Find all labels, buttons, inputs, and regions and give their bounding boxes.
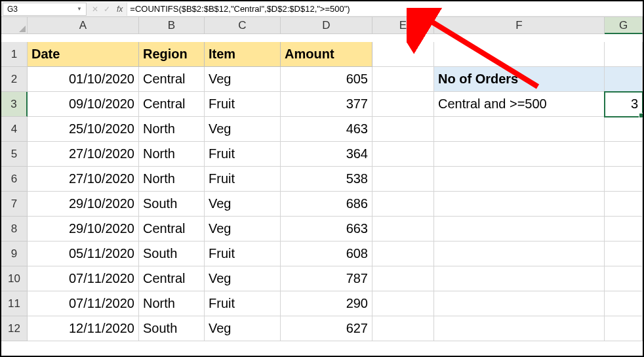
cell-D3[interactable]: 377: [281, 92, 372, 117]
cell-F7[interactable]: [434, 192, 605, 217]
cell-E5[interactable]: [372, 142, 434, 167]
cell-G7[interactable]: [605, 192, 643, 217]
cell-E7[interactable]: [372, 192, 434, 217]
cell-E11[interactable]: [372, 291, 434, 316]
cell-F2[interactable]: No of Orders: [434, 67, 605, 92]
cell-G4[interactable]: [605, 117, 643, 142]
cell-C3[interactable]: Fruit: [205, 92, 281, 117]
cell-E4[interactable]: [372, 117, 434, 142]
cell-D12[interactable]: 627: [281, 316, 372, 341]
cell-D1[interactable]: Amount: [281, 42, 372, 67]
cell-A3[interactable]: 09/10/2020: [28, 92, 139, 117]
chevron-down-icon[interactable]: ▼: [77, 6, 82, 12]
cell-G11[interactable]: [605, 291, 643, 316]
cell-D10[interactable]: 787: [281, 266, 372, 291]
cell-B3[interactable]: Central: [139, 92, 205, 117]
cell-D8[interactable]: 663: [281, 217, 372, 242]
cell-A6[interactable]: 27/10/2020: [28, 167, 139, 192]
cell-B5[interactable]: North: [139, 142, 205, 167]
cell-G5[interactable]: [605, 142, 643, 167]
cell-D11[interactable]: 290: [281, 291, 372, 316]
row-header-7[interactable]: 7: [1, 192, 28, 217]
cell-G10[interactable]: [605, 266, 643, 291]
formula-input[interactable]: =COUNTIFS($B$2:$B$12,"Central",$D$2:$D$1…: [127, 3, 643, 16]
cell-A5[interactable]: 27/10/2020: [28, 142, 139, 167]
row-header-2[interactable]: 2: [1, 67, 28, 92]
cancel-icon[interactable]: ✕: [92, 5, 98, 14]
cell-F3[interactable]: Central and >=500: [434, 92, 605, 117]
cell-C2[interactable]: Veg: [205, 67, 281, 92]
cell-F6[interactable]: [434, 167, 605, 192]
col-header-E[interactable]: E: [372, 17, 434, 34]
cell-B8[interactable]: Central: [139, 217, 205, 242]
cell-C11[interactable]: Fruit: [205, 291, 281, 316]
cell-F9[interactable]: [434, 242, 605, 266]
row-header-3[interactable]: 3: [1, 92, 28, 117]
cell-C10[interactable]: Veg: [205, 266, 281, 291]
cell-E3[interactable]: [372, 92, 434, 117]
col-header-F[interactable]: F: [434, 17, 605, 34]
cell-G2[interactable]: [605, 67, 643, 92]
cell-D2[interactable]: 605: [281, 67, 372, 92]
row-header-6[interactable]: 6: [1, 167, 28, 192]
cell-E6[interactable]: [372, 167, 434, 192]
cell-G12[interactable]: [605, 316, 643, 341]
fx-icon[interactable]: fx: [115, 5, 127, 14]
cell-F10[interactable]: [434, 266, 605, 291]
row-header-1[interactable]: 1: [1, 42, 28, 67]
cell-E2[interactable]: [372, 67, 434, 92]
col-header-G[interactable]: G: [605, 17, 643, 34]
cell-E1[interactable]: [372, 42, 434, 67]
cell-G3[interactable]: 3: [605, 92, 643, 117]
cell-A11[interactable]: 07/11/2020: [28, 291, 139, 316]
cell-B6[interactable]: North: [139, 167, 205, 192]
cell-E9[interactable]: [372, 242, 434, 266]
cell-B7[interactable]: South: [139, 192, 205, 217]
cell-C8[interactable]: Veg: [205, 217, 281, 242]
cell-F4[interactable]: [434, 117, 605, 142]
name-box[interactable]: G3 ▼: [3, 3, 87, 16]
cell-D7[interactable]: 686: [281, 192, 372, 217]
cell-E10[interactable]: [372, 266, 434, 291]
cell-D6[interactable]: 538: [281, 167, 372, 192]
cell-F11[interactable]: [434, 291, 605, 316]
cell-F1[interactable]: [434, 42, 605, 67]
cell-D5[interactable]: 364: [281, 142, 372, 167]
cell-D4[interactable]: 463: [281, 117, 372, 142]
cell-C12[interactable]: Veg: [205, 316, 281, 341]
cell-C7[interactable]: Veg: [205, 192, 281, 217]
cell-E8[interactable]: [372, 217, 434, 242]
cell-A2[interactable]: 01/10/2020: [28, 67, 139, 92]
cell-C5[interactable]: Fruit: [205, 142, 281, 167]
cell-B9[interactable]: South: [139, 242, 205, 266]
cell-G9[interactable]: [605, 242, 643, 266]
col-header-D[interactable]: D: [281, 17, 372, 34]
cell-B11[interactable]: North: [139, 291, 205, 316]
cell-B12[interactable]: South: [139, 316, 205, 341]
cell-B4[interactable]: North: [139, 117, 205, 142]
cell-A12[interactable]: 12/11/2020: [28, 316, 139, 341]
row-header-5[interactable]: 5: [1, 142, 28, 167]
cell-A10[interactable]: 07/11/2020: [28, 266, 139, 291]
cell-F12[interactable]: [434, 316, 605, 341]
cell-G6[interactable]: [605, 167, 643, 192]
cell-C6[interactable]: Fruit: [205, 167, 281, 192]
row-header-10[interactable]: 10: [1, 266, 28, 291]
cell-C9[interactable]: Fruit: [205, 242, 281, 266]
col-header-C[interactable]: C: [205, 17, 281, 34]
row-header-11[interactable]: 11: [1, 291, 28, 316]
cell-C1[interactable]: Item: [205, 42, 281, 67]
cell-A9[interactable]: 05/11/2020: [28, 242, 139, 266]
cell-A7[interactable]: 29/10/2020: [28, 192, 139, 217]
cell-B2[interactable]: Central: [139, 67, 205, 92]
enter-icon[interactable]: ✓: [104, 5, 110, 14]
cell-A8[interactable]: 29/10/2020: [28, 217, 139, 242]
cell-B10[interactable]: Central: [139, 266, 205, 291]
cell-E12[interactable]: [372, 316, 434, 341]
cell-F5[interactable]: [434, 142, 605, 167]
row-header-12[interactable]: 12: [1, 316, 28, 341]
spreadsheet-grid[interactable]: A B C D E F G 1 Date Region Item Amount …: [1, 17, 643, 341]
row-header-8[interactable]: 8: [1, 217, 28, 242]
col-header-B[interactable]: B: [139, 17, 205, 34]
cell-D9[interactable]: 608: [281, 242, 372, 266]
